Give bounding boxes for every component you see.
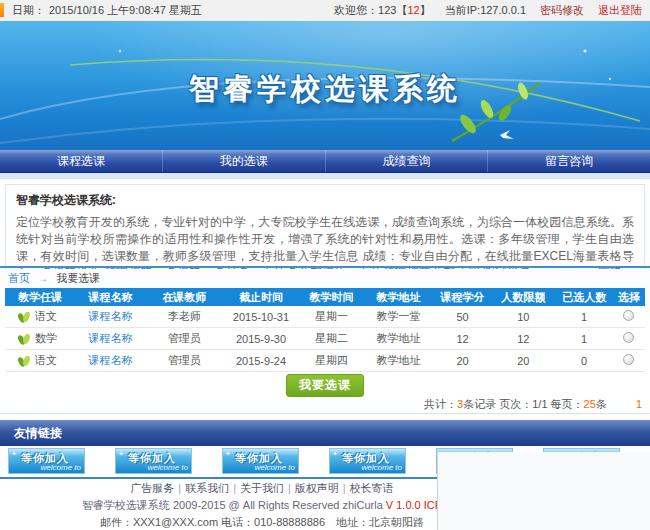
select-cell [613,310,645,323]
address-cell: 教学地址 [363,353,433,368]
friend-link-banner[interactable]: ✦等你加入welcome to [329,448,406,474]
page-label: 页次： [499,398,532,410]
table-row: 数学课程名称管理员2015-9-30星期二教学地址12121 [5,328,645,350]
subject-cell: 语文 [5,353,75,368]
nav-item-1[interactable]: 我的选课 [162,150,325,172]
date-area: 日期： 2015/10/16 上午9:08:47 星期五 [12,3,202,18]
topbar-accent-mark [0,3,4,17]
course-table: 教学任课课程名称在课教师截止时间教学时间教学地址课程学分人数限额已选人数选择 语… [5,288,645,372]
nav-bottom-strip [0,173,650,179]
teacher-cell: 管理员 [146,353,223,368]
footer-link-separator: | [178,482,181,494]
enrolled-cell: 1 [555,311,613,323]
course-cell: 课程名称 [75,353,145,368]
breadcrumb-home-link[interactable]: 首页 [8,272,30,284]
course-cell: 课程名称 [75,309,145,324]
overlay-box [437,452,650,530]
sparkle-icon: ✦ [332,450,338,458]
column-header: 在课教师 [146,288,223,306]
badge-bracket-close: 】 [420,4,431,16]
section-divider [0,266,650,268]
limit-cell: 20 [491,355,555,367]
column-header: 教学时间 [299,288,363,306]
course-name-link[interactable]: 课程名称 [89,354,133,366]
time-cell: 星期一 [299,309,363,324]
friend-link-banner[interactable]: ✦等你加入welcome to [222,448,299,474]
ip-value: 127.0.0.1 [480,4,526,16]
message-count-badge: 12 [407,4,419,16]
course-select-radio[interactable] [623,332,634,343]
table-row: 语文课程名称管理员2015-9-24星期四教学地址20200 [5,350,645,372]
deadline-cell: 2015-10-31 [223,311,300,323]
subject-label: 语文 [35,353,57,368]
select-cell [613,332,645,345]
sparkle-icon: ✦ [11,450,17,458]
column-header: 课程学分 [434,288,492,306]
address-cell: 教学地址 [363,331,433,346]
logout-link[interactable]: 退出登陆 [598,3,642,18]
current-ip: 当前IP:127.0.0.1 [445,3,526,18]
nav-item-2[interactable]: 成绩查询 [325,150,488,172]
footer-link-1[interactable]: 联系我们 [185,482,229,494]
sparkle-icon: ✦ [225,450,231,458]
header-banner: 智睿学校选课系统 [0,21,650,150]
column-header: 已选人数 [555,288,613,306]
leaf-icon [17,310,31,324]
course-name-link[interactable]: 课程名称 [89,332,133,344]
teacher-cell: 李老师 [146,309,223,324]
select-course-button[interactable]: 我要选课 [286,374,364,397]
banner-subtext: welcome to [41,463,81,472]
footer-link-4[interactable]: 校长寄语 [350,482,394,494]
column-header: 选择 [613,288,645,306]
session-area: 欢迎您：123【12】 当前IP:127.0.0.1 密码修改 退出登陆 [334,3,642,18]
subject-label: 语文 [35,309,57,324]
course-cell: 课程名称 [75,331,145,346]
nav-item-3[interactable]: 留言咨询 [487,150,650,172]
leaf-icon [17,332,31,346]
version-text: V 1.0.0 ICP [386,499,442,511]
change-password-link[interactable]: 密码修改 [540,3,584,18]
banner-subtext: welcome to [148,463,188,472]
limit-cell: 10 [491,311,555,323]
course-table-header: 教学任课课程名称在课教师截止时间教学时间教学地址课程学分人数限额已选人数选择 [5,288,645,306]
banner-subtext: welcome to [255,463,295,472]
table-row: 语文课程名称李老师2015-10-31星期一教学一堂50101 [5,306,645,328]
course-name-link[interactable]: 课程名称 [89,310,133,322]
footer-link-3[interactable]: 版权声明 [295,482,339,494]
friend-link-banner[interactable]: ✦等你加入welcome to [115,448,192,474]
breadcrumb-arrow-icon: → [38,273,48,284]
column-header: 课程名称 [75,288,145,306]
teacher-cell: 管理员 [146,331,223,346]
nav-menu: 课程选课我的选课成绩查询留言咨询 [0,150,650,173]
per-page-count: 25 [584,398,596,410]
deadline-cell: 2015-9-30 [223,333,300,345]
banner-subtext: welcome to [362,463,402,472]
total-label: 共计： [424,398,457,410]
footer-link-separator: | [288,482,291,494]
date-value: 2015/10/16 上午9:08:47 星期五 [49,3,202,18]
course-selection-page: 日期： 2015/10/16 上午9:08:47 星期五 欢迎您：123【12】… [0,0,650,530]
friend-links-header: 友情链接 [0,420,650,446]
content-bottom-divider [0,413,650,414]
address-cell: 教学一堂 [363,309,433,324]
column-header: 人数限额 [491,288,555,306]
course-select-radio[interactable] [623,354,634,365]
friend-link-banner[interactable]: ✦等你加入welcome to [8,448,85,474]
column-header: 教学任课 [5,288,75,306]
per-page-label: 每页： [551,398,584,410]
total-suffix: 条记录 [463,398,496,410]
sparkle-icon: ✦ [118,450,124,458]
bird-icon [500,130,514,139]
column-header: 截止时间 [223,288,300,306]
course-table-body: 语文课程名称李老师2015-10-31星期一教学一堂50101 数学课程名称管理… [5,306,645,372]
footer-link-0[interactable]: 广告服务 [130,482,174,494]
nav-item-0[interactable]: 课程选课 [0,150,162,172]
per-page-suffix: 条 [596,398,607,410]
course-select-radio[interactable] [623,310,634,321]
select-cell [613,354,645,367]
time-cell: 星期二 [299,331,363,346]
footer-link-2[interactable]: 关于我们 [240,482,284,494]
ip-label: 当前IP: [445,4,480,16]
username: 123 [378,4,396,16]
page-number-link[interactable]: 1 [636,398,642,410]
